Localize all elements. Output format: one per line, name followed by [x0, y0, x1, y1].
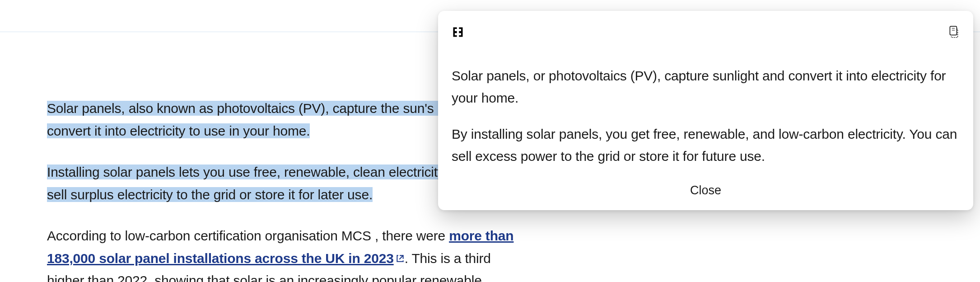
popup-body: Solar panels, or photovoltaics (PV), cap…	[452, 65, 960, 167]
popup-header	[452, 25, 960, 39]
summary-popup: Solar panels, or photovoltaics (PV), cap…	[438, 11, 973, 210]
popup-summary-1: Solar panels, or photovoltaics (PV), cap…	[452, 65, 960, 109]
highlighted-text-1: Solar panels, also known as photovoltaic…	[47, 101, 504, 138]
copy-icon[interactable]	[948, 25, 960, 39]
app-logo-icon	[452, 26, 464, 38]
svg-rect-0	[950, 26, 957, 35]
close-button[interactable]: Close	[685, 182, 727, 199]
external-link-icon	[396, 247, 405, 270]
highlighted-text-2: Installing solar panels lets you use fre…	[47, 164, 498, 202]
article-paragraph-3: According to low-carbon certification or…	[47, 225, 521, 282]
paragraph-3-prefix: According to low-carbon certification or…	[47, 228, 449, 243]
popup-summary-2: By installing solar panels, you get free…	[452, 123, 960, 167]
